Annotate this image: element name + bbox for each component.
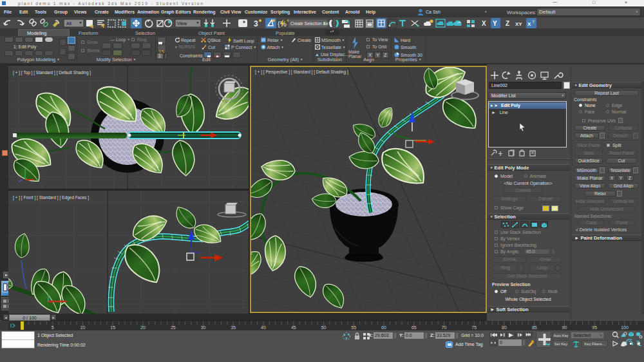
svg-text:40: 40: [261, 325, 266, 330]
svg-text:Y: Y: [532, 19, 535, 24]
svg-text:10: 10: [80, 325, 86, 330]
svg-text:95: 95: [592, 325, 597, 330]
svg-text:Y: Y: [493, 20, 497, 27]
svg-text:70: 70: [442, 325, 447, 330]
svg-text:X: X: [527, 21, 531, 27]
svg-text:100: 100: [621, 325, 629, 330]
svg-text:15: 15: [110, 325, 115, 330]
svg-text:50: 50: [321, 325, 327, 330]
svg-text:Z: Z: [506, 20, 509, 27]
svg-text:XY: XY: [515, 21, 522, 27]
svg-text:80: 80: [502, 325, 507, 330]
svg-text:45: 45: [291, 325, 296, 330]
svg-text:60: 60: [381, 325, 386, 330]
svg-text:75: 75: [471, 325, 477, 330]
svg-text:Create Selection Se: Create Selection Se: [290, 21, 328, 26]
svg-text:25: 25: [171, 325, 176, 330]
svg-text:X: X: [482, 20, 486, 27]
svg-text:View: View: [177, 21, 187, 26]
svg-text:[ + ] [ Front ] [ Standard ] [: [ + ] [ Front ] [ Standard ] [ Edged Fac…: [13, 195, 89, 200]
svg-text:55: 55: [351, 325, 356, 330]
svg-text:35: 35: [231, 325, 236, 330]
svg-text:3: 3: [254, 19, 258, 28]
svg-text:{: {: [278, 20, 280, 28]
svg-text:30: 30: [201, 325, 206, 330]
svg-text:65: 65: [412, 325, 417, 330]
svg-text:20: 20: [140, 325, 146, 330]
svg-text:[ + ] [ Top ] [ Standard ] [ D: [ + ] [ Top ] [ Standard ] [ Default Sha…: [13, 70, 91, 75]
svg-text:85: 85: [532, 325, 537, 330]
svg-text:5: 5: [52, 325, 54, 330]
svg-text:[ + ] [ Perspective ] [ Standa: [ + ] [ Perspective ] [ Standard ] [ Def…: [255, 70, 348, 75]
svg-text:All: All: [66, 21, 71, 26]
svg-text:90: 90: [562, 325, 567, 330]
